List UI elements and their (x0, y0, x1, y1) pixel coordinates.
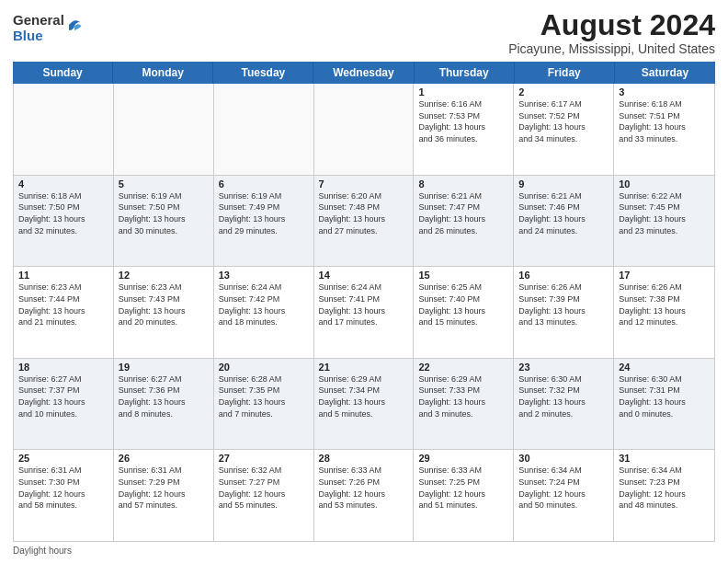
day-number: 31 (619, 453, 710, 464)
cell-info: Sunrise: 6:23 AM Sunset: 7:43 PM Dayligh… (119, 282, 209, 327)
cell-info: Sunrise: 6:21 AM Sunset: 7:46 PM Dayligh… (518, 190, 609, 236)
cell-info: Sunrise: 6:24 AM Sunset: 7:42 PM Dayligh… (219, 282, 309, 327)
day-number: 19 (119, 362, 209, 373)
cell-info: Sunrise: 6:30 AM Sunset: 7:32 PM Dayligh… (518, 373, 609, 419)
page: General Blue August 2024 Picayune, Missi… (0, 0, 728, 563)
day-number: 15 (418, 270, 508, 281)
cal-cell-27: 27Sunrise: 6:32 AM Sunset: 7:27 PM Dayli… (214, 450, 314, 541)
cell-info: Sunrise: 6:30 AM Sunset: 7:31 PM Dayligh… (619, 373, 710, 419)
cal-cell-16: 16Sunrise: 6:26 AM Sunset: 7:39 PM Dayli… (514, 267, 614, 358)
cell-info: Sunrise: 6:18 AM Sunset: 7:50 PM Dayligh… (18, 190, 108, 236)
header-saturday: Saturday (615, 62, 715, 84)
cal-cell-3: 3Sunrise: 6:18 AM Sunset: 7:51 PM Daylig… (614, 84, 714, 175)
day-number: 13 (219, 270, 309, 281)
cell-info: Sunrise: 6:29 AM Sunset: 7:34 PM Dayligh… (319, 373, 409, 419)
day-number: 1 (418, 86, 508, 98)
calendar: Sunday Monday Tuesday Wednesday Thursday… (13, 62, 715, 542)
empty-cell (14, 84, 114, 175)
header-thursday: Thursday (415, 62, 515, 84)
cell-info: Sunrise: 6:27 AM Sunset: 7:37 PM Dayligh… (18, 373, 108, 419)
cal-cell-24: 24Sunrise: 6:30 AM Sunset: 7:31 PM Dayli… (614, 359, 714, 450)
cell-info: Sunrise: 6:21 AM Sunset: 7:47 PM Dayligh… (418, 190, 508, 236)
logo-general: General (13, 13, 64, 29)
day-number: 17 (619, 270, 710, 281)
cell-info: Sunrise: 6:32 AM Sunset: 7:27 PM Dayligh… (219, 465, 309, 511)
cell-info: Sunrise: 6:34 AM Sunset: 7:24 PM Dayligh… (518, 465, 609, 511)
footer-label: Daylight hours (13, 546, 72, 556)
cal-cell-28: 28Sunrise: 6:33 AM Sunset: 7:26 PM Dayli… (314, 450, 415, 541)
logo-blue: Blue (13, 29, 64, 44)
cal-row-4: 25Sunrise: 6:31 AM Sunset: 7:30 PM Dayli… (14, 450, 714, 541)
day-number: 12 (119, 270, 209, 281)
header-monday: Monday (113, 62, 213, 84)
day-number: 28 (319, 453, 409, 464)
cell-info: Sunrise: 6:31 AM Sunset: 7:30 PM Dayligh… (18, 465, 108, 511)
cal-cell-6: 6Sunrise: 6:19 AM Sunset: 7:49 PM Daylig… (214, 176, 314, 267)
cal-row-3: 18Sunrise: 6:27 AM Sunset: 7:37 PM Dayli… (14, 359, 714, 451)
cal-cell-8: 8Sunrise: 6:21 AM Sunset: 7:47 PM Daylig… (414, 176, 514, 267)
logo-icon (66, 17, 83, 33)
cal-cell-9: 9Sunrise: 6:21 AM Sunset: 7:46 PM Daylig… (514, 176, 614, 267)
cal-cell-29: 29Sunrise: 6:33 AM Sunset: 7:25 PM Dayli… (414, 450, 514, 541)
cal-cell-15: 15Sunrise: 6:25 AM Sunset: 7:40 PM Dayli… (414, 267, 514, 358)
cal-cell-21: 21Sunrise: 6:29 AM Sunset: 7:34 PM Dayli… (314, 359, 415, 450)
logo: General Blue (13, 13, 83, 43)
empty-cell (214, 84, 314, 175)
cal-cell-30: 30Sunrise: 6:34 AM Sunset: 7:24 PM Dayli… (514, 450, 614, 541)
cal-cell-20: 20Sunrise: 6:28 AM Sunset: 7:35 PM Dayli… (214, 359, 314, 450)
cell-info: Sunrise: 6:29 AM Sunset: 7:33 PM Dayligh… (418, 373, 508, 419)
cal-cell-1: 1Sunrise: 6:16 AM Sunset: 7:53 PM Daylig… (414, 84, 514, 175)
cell-info: Sunrise: 6:24 AM Sunset: 7:41 PM Dayligh… (319, 282, 409, 327)
header-friday: Friday (515, 62, 615, 84)
day-number: 30 (518, 453, 609, 464)
day-number: 22 (418, 362, 508, 373)
day-number: 11 (18, 270, 108, 281)
cell-info: Sunrise: 6:17 AM Sunset: 7:52 PM Dayligh… (518, 98, 609, 144)
cal-row-2: 11Sunrise: 6:23 AM Sunset: 7:44 PM Dayli… (14, 267, 714, 359)
cell-info: Sunrise: 6:33 AM Sunset: 7:25 PM Dayligh… (418, 465, 508, 511)
day-number: 8 (418, 178, 508, 190)
cell-info: Sunrise: 6:26 AM Sunset: 7:38 PM Dayligh… (619, 282, 710, 327)
empty-cell (114, 84, 214, 175)
cal-cell-31: 31Sunrise: 6:34 AM Sunset: 7:23 PM Dayli… (614, 450, 714, 541)
header-wednesday: Wednesday (313, 62, 414, 84)
day-number: 7 (319, 178, 409, 190)
header: General Blue August 2024 Picayune, Missi… (13, 9, 715, 56)
cal-cell-23: 23Sunrise: 6:30 AM Sunset: 7:32 PM Dayli… (514, 359, 614, 450)
cal-cell-19: 19Sunrise: 6:27 AM Sunset: 7:36 PM Dayli… (114, 359, 214, 450)
cal-cell-11: 11Sunrise: 6:23 AM Sunset: 7:44 PM Dayli… (14, 267, 114, 358)
day-number: 24 (619, 362, 710, 373)
day-number: 26 (119, 453, 209, 464)
cell-info: Sunrise: 6:19 AM Sunset: 7:49 PM Dayligh… (219, 190, 309, 236)
day-number: 5 (119, 178, 209, 190)
cell-info: Sunrise: 6:34 AM Sunset: 7:23 PM Dayligh… (619, 465, 710, 511)
cal-cell-17: 17Sunrise: 6:26 AM Sunset: 7:38 PM Dayli… (614, 267, 714, 358)
day-number: 4 (18, 178, 108, 190)
header-tuesday: Tuesday (213, 62, 313, 84)
cell-info: Sunrise: 6:22 AM Sunset: 7:45 PM Dayligh… (619, 190, 710, 236)
calendar-header: Sunday Monday Tuesday Wednesday Thursday… (13, 62, 715, 84)
cell-info: Sunrise: 6:27 AM Sunset: 7:36 PM Dayligh… (119, 373, 209, 419)
day-number: 3 (619, 86, 710, 98)
cal-cell-4: 4Sunrise: 6:18 AM Sunset: 7:50 PM Daylig… (14, 176, 114, 267)
day-number: 27 (219, 453, 309, 464)
subtitle: Picayune, Mississippi, United States (508, 41, 715, 56)
logo-text: General Blue (13, 13, 64, 43)
cell-info: Sunrise: 6:31 AM Sunset: 7:29 PM Dayligh… (119, 465, 209, 511)
cal-cell-14: 14Sunrise: 6:24 AM Sunset: 7:41 PM Dayli… (314, 267, 415, 358)
cell-info: Sunrise: 6:16 AM Sunset: 7:53 PM Dayligh… (418, 98, 508, 144)
main-title: August 2024 (508, 9, 715, 41)
empty-cell (314, 84, 415, 175)
cell-info: Sunrise: 6:33 AM Sunset: 7:26 PM Dayligh… (319, 465, 409, 511)
day-number: 18 (18, 362, 108, 373)
day-number: 2 (518, 86, 609, 98)
cal-row-0: 1Sunrise: 6:16 AM Sunset: 7:53 PM Daylig… (14, 84, 714, 176)
cal-cell-13: 13Sunrise: 6:24 AM Sunset: 7:42 PM Dayli… (214, 267, 314, 358)
day-number: 9 (518, 178, 609, 190)
day-number: 6 (219, 178, 309, 190)
cell-info: Sunrise: 6:23 AM Sunset: 7:44 PM Dayligh… (18, 282, 108, 327)
day-number: 16 (518, 270, 609, 281)
cal-cell-5: 5Sunrise: 6:19 AM Sunset: 7:50 PM Daylig… (114, 176, 214, 267)
footer: Daylight hours (13, 546, 715, 556)
cell-info: Sunrise: 6:19 AM Sunset: 7:50 PM Dayligh… (119, 190, 209, 236)
